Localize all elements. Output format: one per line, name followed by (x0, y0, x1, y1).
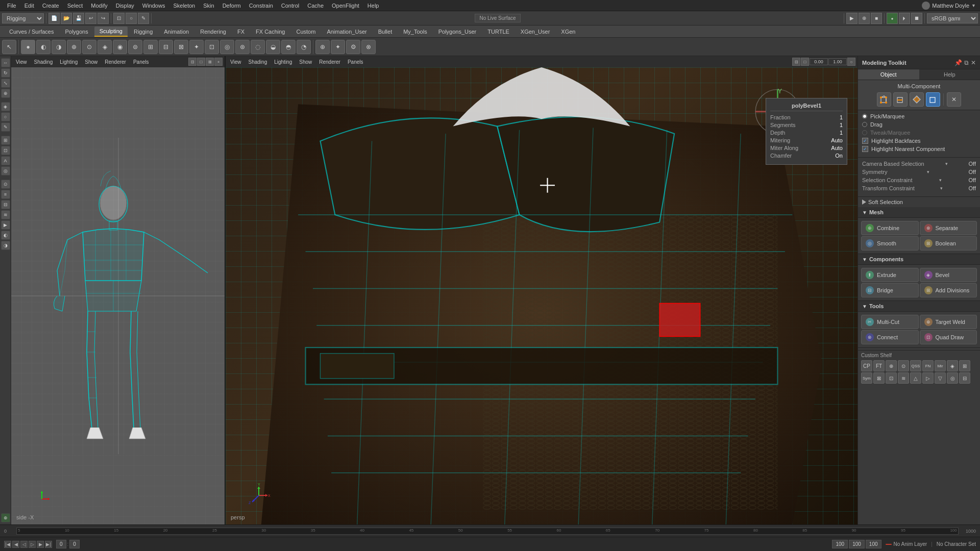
frame-val-2[interactable]: 0 (69, 540, 80, 548)
menu-windows[interactable]: Windows (139, 2, 168, 10)
percent-3[interactable]: 100 (866, 540, 881, 548)
menu-cache[interactable]: Cache (304, 2, 327, 10)
camera-tool[interactable]: ◎ (1, 166, 10, 176)
tab-xgen[interactable]: XGen (556, 27, 580, 36)
drag-radio[interactable] (862, 122, 867, 127)
vp-right-lighting[interactable]: Lighting (272, 59, 295, 65)
tab-my-tools[interactable]: My_Tools (398, 27, 432, 36)
rotate-tool-btn[interactable]: ↻ (1, 68, 10, 78)
play-back-btn[interactable]: ◁ (20, 541, 28, 548)
playback-btn[interactable]: ⏵ (899, 13, 910, 24)
flood-btn[interactable]: ⊗ (361, 40, 376, 54)
cs-lines-btn[interactable]: ≋ (898, 372, 909, 384)
vp-right-panels[interactable]: Panels (345, 59, 366, 65)
sculpt-brush-2[interactable]: ◐ (36, 40, 51, 54)
viewport-left[interactable]: side -X (11, 67, 226, 524)
face-icon[interactable] (910, 92, 924, 107)
sculpt-brush-18[interactable]: ◓ (281, 40, 296, 54)
sculpt-brush-9[interactable]: ⊞ (143, 40, 158, 54)
tab-curves-surfaces[interactable]: Curves / Surfaces (4, 27, 59, 36)
sculpt-brush-8[interactable]: ⊜ (128, 40, 142, 54)
soft-selection-section[interactable]: Soft Selection (858, 197, 980, 207)
outliner-tool[interactable]: ⊟ (1, 200, 10, 209)
prev-frame-btn[interactable]: ◀ (12, 541, 19, 548)
stop-render-btn[interactable]: ■ (871, 13, 882, 24)
go-start-btn[interactable]: |◀ (4, 541, 11, 548)
sel-constraint-value[interactable]: Off (969, 177, 976, 183)
cs-extra-2[interactable]: ⊟ (959, 372, 970, 384)
panel-float-icon[interactable]: ⧉ (964, 59, 969, 66)
vp-left-icon-4[interactable]: + (214, 58, 223, 66)
ipr-btn[interactable]: ⊕ (859, 13, 870, 24)
viewport-right[interactable]: X Y (226, 67, 857, 524)
edge-icon[interactable] (893, 92, 908, 107)
camera-based-value[interactable]: Off (969, 161, 976, 167)
vp-left-view[interactable]: View (13, 59, 30, 65)
stop-btn[interactable]: ⏹ (911, 13, 922, 24)
soft-sel-tool[interactable]: ◈ (1, 102, 10, 111)
vp-right-renderer[interactable]: Renderer (316, 59, 343, 65)
cs-arrow-btn[interactable]: ⊕ (886, 360, 897, 371)
timeline-bar[interactable]: 5 10 15 20 25 30 35 40 45 50 55 60 65 70… (16, 528, 959, 535)
sculpt-brush-13[interactable]: ⊡ (205, 40, 219, 54)
tweak-radio[interactable] (862, 130, 867, 135)
keyframe-btn[interactable]: ⬥ (887, 13, 898, 24)
vp-left-icon-3[interactable]: ⊞ (206, 58, 214, 66)
bridge-btn[interactable]: ⊟ Bridge (861, 283, 919, 297)
open-btn[interactable]: 📂 (61, 13, 72, 24)
vp-left-lighting[interactable]: Lighting (57, 59, 80, 65)
vp-left-icon-1[interactable]: ⊡ (188, 58, 197, 66)
vp-right-shading[interactable]: Shading (246, 59, 270, 65)
vp-right-icon-2[interactable]: □ (801, 58, 809, 66)
graph-tool[interactable]: ◑ (1, 241, 10, 250)
play-forward-btn[interactable]: ▷ (29, 541, 36, 548)
near-clip-input[interactable] (810, 58, 828, 65)
sculpt-brush-17[interactable]: ◒ (266, 40, 280, 54)
cs-mirror-btn[interactable]: Mir (935, 360, 946, 371)
element-icon[interactable] (926, 92, 940, 107)
sculpt-brush-5[interactable]: ⊙ (82, 40, 96, 54)
menu-display[interactable]: Display (113, 2, 137, 10)
cs-fn-btn[interactable]: FN (922, 360, 934, 371)
render-view-tool[interactable]: ▶ (1, 220, 10, 230)
quad-draw-btn[interactable]: ⊡ Quad Draw (920, 330, 977, 344)
highlight-backfaces-check[interactable]: ✓ (862, 138, 868, 144)
cs-box-btn[interactable]: ⊡ (886, 372, 897, 384)
vertex-icon[interactable] (877, 92, 891, 107)
lasso-btn[interactable]: ○ (126, 13, 137, 24)
menu-skeleton[interactable]: Skeleton (170, 2, 198, 10)
hypershade-tool[interactable]: ◐ (1, 231, 10, 240)
sculpt-brush-16[interactable]: ◌ (251, 40, 265, 54)
highlight-nearest-check[interactable]: ✓ (862, 146, 868, 152)
tab-turtle[interactable]: TURTLE (482, 27, 514, 36)
menu-modify[interactable]: Modify (88, 2, 110, 10)
cs-down-btn[interactable]: ▽ (935, 372, 946, 384)
redo-btn[interactable]: ↪ (97, 13, 109, 24)
tab-bullet[interactable]: Bullet (373, 27, 398, 36)
percent-1[interactable]: 100 (832, 540, 848, 548)
paint-select-tool[interactable]: ✎ (1, 122, 10, 132)
mode-dropdown[interactable]: Rigging (2, 13, 44, 23)
vp-left-show[interactable]: Show (82, 59, 100, 65)
vp-left-icon-2[interactable]: □ (197, 58, 205, 66)
cs-x-btn[interactable]: ⊠ (873, 372, 885, 384)
sculpt-settings-btn[interactable]: ⚙ (346, 40, 360, 54)
cs-grid-btn[interactable]: ⊞ (959, 360, 970, 371)
tab-rigging[interactable]: Rigging (129, 27, 158, 36)
next-frame-btn[interactable]: ▶ (37, 541, 44, 548)
separate-btn[interactable]: ⊗ Separate (920, 221, 977, 235)
sculpt-brush-6[interactable]: ◈ (97, 40, 112, 54)
cs-sym-btn[interactable]: ⊙ (898, 360, 909, 371)
universal-tool-btn[interactable]: ⊕ (1, 89, 10, 98)
cs-tri-btn[interactable]: △ (910, 372, 921, 384)
colorspace-dropdown[interactable]: sRGB gamma (927, 13, 978, 23)
multi-cut-btn[interactable]: ✂ Multi-Cut (861, 315, 919, 329)
bevel-btn[interactable]: ◈ Bevel (920, 268, 977, 282)
tools-section-header[interactable]: ▼ Tools (858, 301, 980, 312)
lasso-select-tool[interactable]: ○ (1, 112, 10, 121)
sculpt-brush-14[interactable]: ◎ (220, 40, 234, 54)
menu-skin[interactable]: Skin (200, 2, 217, 10)
sculpt-brush-7[interactable]: ◉ (113, 40, 127, 54)
transform-constraint-value[interactable]: Off (969, 185, 976, 191)
tab-sculpting[interactable]: Sculpting (94, 27, 128, 37)
